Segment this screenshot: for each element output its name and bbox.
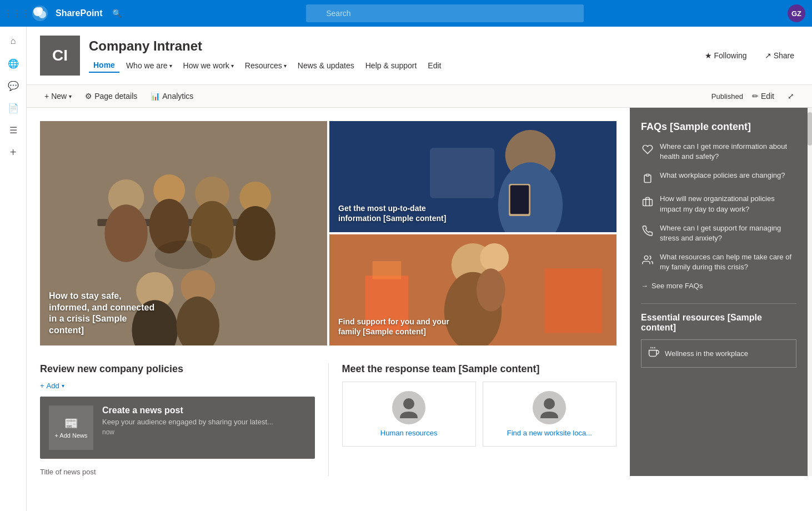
nav-resources[interactable]: Resources ▾: [240, 59, 291, 72]
top-navigation: ⋮⋮⋮ SharePoint 🔍 GZ: [0, 0, 812, 27]
page-details-button[interactable]: ⚙ Page details: [81, 89, 142, 103]
svg-point-11: [191, 201, 234, 258]
sidebar-add-icon[interactable]: +: [3, 142, 23, 162]
nav-help-support[interactable]: Help & support: [361, 59, 422, 72]
sharepoint-logo: [31, 4, 49, 22]
resource-text-wellness: Wellness in the workplace: [665, 349, 748, 358]
scrollbar-thumb[interactable]: [808, 112, 812, 146]
faq-item-2[interactable]: What workplace policies are changing?: [641, 171, 796, 185]
site-header-actions: ★ Following ↗ Share: [700, 49, 799, 62]
hero-grid: How to stay safe, informed, and connecte…: [40, 121, 616, 345]
sidebar-globe-icon[interactable]: 🌐: [3, 53, 23, 73]
faq-item-3[interactable]: How will new organizational policies imp…: [641, 194, 796, 214]
svg-rect-5: [97, 219, 269, 226]
toolbar-right: Published ✏ Edit ⤢: [711, 89, 799, 103]
search-input[interactable]: [306, 4, 584, 22]
page-scrollable: How to stay safe, informed, and connecte…: [27, 108, 630, 476]
person-icon: [540, 397, 558, 418]
sidebar-document-icon[interactable]: 📄: [3, 98, 23, 118]
share-label: Share: [774, 51, 794, 60]
svg-rect-31: [373, 261, 402, 279]
share-button[interactable]: ↗ Share: [760, 49, 799, 62]
faq-text-2: What workplace policies are changing?: [660, 171, 785, 181]
new-button[interactable]: + New ▾: [40, 89, 76, 103]
svg-point-37: [644, 256, 648, 260]
news-card: 📰 + Add News Create a news post Keep you…: [40, 397, 315, 459]
add-news-label: + Add News: [54, 432, 87, 439]
edit-button[interactable]: ✏ Edit: [748, 89, 779, 103]
plus-icon: +: [44, 92, 49, 101]
svg-point-8: [153, 174, 185, 206]
hero-section: How to stay safe, informed, and connecte…: [27, 108, 630, 345]
page-details-label: Page details: [94, 92, 137, 101]
phone-icon: [641, 224, 654, 238]
following-label: Following: [714, 51, 747, 60]
faq-text-4: Where can I get support for managing str…: [660, 223, 796, 243]
chevron-icon: ▾: [62, 383, 64, 389]
team-card-hr[interactable]: Human resources: [342, 382, 476, 447]
faq-item-5[interactable]: What resources can help me take care of …: [641, 252, 796, 272]
user-avatar[interactable]: GZ: [788, 4, 805, 22]
following-button[interactable]: ★ Following: [700, 49, 751, 62]
nav-edit[interactable]: Edit: [423, 59, 445, 72]
sidebar-chat-icon[interactable]: 💬: [3, 76, 23, 96]
chevron-icon: ▾: [231, 63, 234, 69]
svg-point-3: [37, 7, 43, 13]
svg-point-29: [477, 268, 505, 312]
svg-point-34: [544, 398, 555, 409]
sidebar-list-icon[interactable]: ☰: [3, 120, 23, 140]
hero-item-bottom-right[interactable]: Find support for you and your family [Sa…: [329, 234, 616, 345]
news-section: Review new company policies + Add ▾ 📰 + …: [40, 363, 328, 476]
svg-point-17: [177, 297, 220, 345]
expand-icon: ⤢: [788, 92, 794, 101]
person-icon: [400, 397, 418, 418]
news-card-content: Create a news post Keep your audience en…: [102, 405, 306, 436]
svg-point-7: [104, 204, 148, 262]
response-team-section: Meet the response team [Sample content] …: [328, 363, 617, 476]
right-sidebar: FAQs [Sample content] Where can I get mo…: [630, 108, 808, 476]
team-grid: Human resources Find a new worksite loca: [342, 382, 617, 447]
nav-how-we-work[interactable]: How we work ▾: [179, 59, 238, 72]
faq-item-1[interactable]: Where can I get more information about h…: [641, 142, 796, 162]
svg-point-9: [149, 199, 189, 253]
main-layout: ⌂ 🌐 💬 📄 ☰ + CI Company Intranet Home Who…: [0, 27, 812, 511]
nav-news-updates[interactable]: News & updates: [293, 59, 359, 72]
main-content-area: CI Company Intranet Home Who we are ▾ Ho…: [27, 27, 812, 511]
search-wrapper: 🔍: [107, 4, 783, 22]
briefcase-icon: [641, 195, 654, 208]
new-label: New: [51, 92, 67, 101]
hero-label-top-right: Get the most up-to-date information [Sam…: [338, 203, 449, 223]
team-card-worksite[interactable]: Find a new worksite loca...: [483, 382, 616, 447]
add-label: Add: [47, 382, 59, 390]
hero-item-left[interactable]: How to stay safe, informed, and connecte…: [40, 121, 327, 345]
nav-home[interactable]: Home: [89, 58, 119, 73]
people-icon: [641, 253, 654, 267]
see-more-faqs[interactable]: → See more FAQs: [641, 282, 796, 290]
page-toolbar: + New ▾ ⚙ Page details 📊 Analytics Publi…: [27, 85, 812, 108]
plus-icon: +: [40, 382, 44, 390]
page-content: How to stay safe, informed, and connecte…: [27, 108, 812, 476]
analytics-button[interactable]: 📊 Analytics: [146, 89, 198, 103]
hero-item-top-right[interactable]: Get the most up-to-date information [Sam…: [329, 121, 616, 232]
chart-icon: 📊: [151, 92, 160, 101]
nav-who-we-are[interactable]: Who we are ▾: [122, 59, 177, 72]
dropdown-icon: ▾: [69, 93, 72, 99]
scrollbar-track[interactable]: [808, 108, 812, 476]
add-button[interactable]: + Add ▾: [40, 382, 315, 390]
news-icon: 📰: [64, 417, 78, 430]
faq-item-4[interactable]: Where can I get support for managing str…: [641, 223, 796, 243]
hero-label-bottom-right: Find support for you and your family [Sa…: [338, 317, 449, 337]
expand-button[interactable]: ⤢: [783, 89, 799, 103]
sidebar-home-icon[interactable]: ⌂: [3, 31, 23, 51]
resource-card-wellness[interactable]: Wellness in the workplace: [641, 339, 796, 368]
see-more-label: See more FAQs: [651, 282, 703, 290]
svg-rect-24: [430, 148, 494, 198]
avatar-hr: [392, 391, 425, 424]
site-nav: Home Who we are ▾ How we work ▾ Resource…: [89, 58, 700, 73]
team-member-name-hr[interactable]: Human resources: [380, 429, 438, 437]
published-badge: Published: [711, 92, 743, 101]
waffle-menu[interactable]: ⋮⋮⋮: [7, 3, 27, 23]
add-news-button[interactable]: 📰 + Add News: [49, 405, 93, 450]
team-member-name-worksite[interactable]: Find a new worksite loca...: [507, 429, 592, 437]
clipboard-icon: [641, 172, 654, 185]
